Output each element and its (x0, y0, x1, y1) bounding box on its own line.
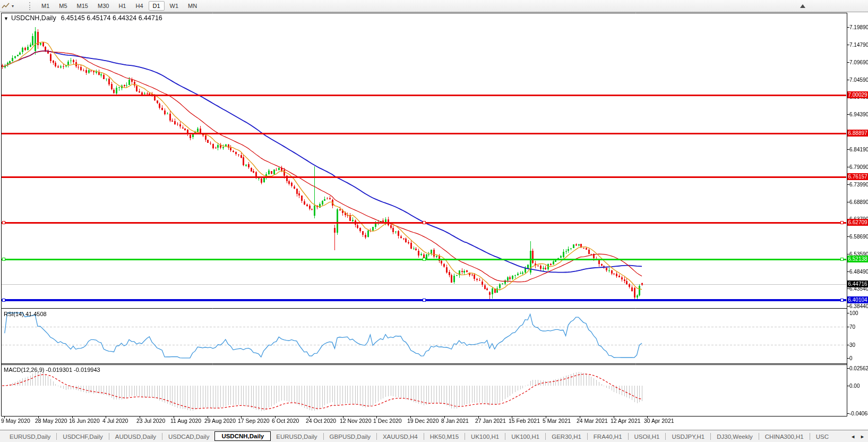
date-axis-label: 12 Apr 2021 (611, 418, 641, 424)
tab-uk100-h1[interactable]: UK100,H1 (506, 432, 545, 441)
price-axis-label: 6.68890 (849, 199, 868, 205)
tab-uk100-h1[interactable]: UK100,H1 (466, 432, 504, 441)
chart-canvas[interactable] (0, 0, 868, 442)
tab-usdjpy-h1[interactable]: USDJPY,H1 (666, 432, 710, 441)
rsi-axis-label: 30 (849, 342, 855, 348)
date-axis-label: 9 May 2020 (1, 418, 30, 424)
timeframe-button-h4[interactable]: H4 (131, 1, 147, 11)
tab-usdcad-daily[interactable]: USDCAD,Daily (163, 432, 214, 441)
date-axis-label: 28 May 2020 (35, 418, 67, 424)
tab-usdchf-daily[interactable]: USDCHF,Daily (57, 432, 108, 441)
tab-separator (505, 433, 505, 440)
date-axis-label: 5 Mar 2021 (543, 418, 571, 424)
chart-tool-icon[interactable]: ▾ (0, 1, 15, 11)
chart-title: ▼USDCNH,Daily6.45145 6.45174 6.44324 6.4… (4, 14, 162, 22)
date-axis-label: 12 Nov 2020 (340, 418, 372, 424)
timeframe-button-m15[interactable]: M15 (73, 1, 92, 11)
tab-separator (759, 433, 759, 440)
price-line-badge: 7.00029 (847, 91, 868, 98)
tab-fra40-h1[interactable]: FRA40,H1 (588, 432, 628, 441)
date-axis-label: 16 Jun 2020 (69, 418, 100, 424)
line-chart-icon (2, 2, 10, 10)
timeframe-button-m1[interactable]: M1 (37, 1, 54, 11)
timeframe-button-d1[interactable]: D1 (149, 1, 165, 11)
current-price-badge: 6.44716 (847, 280, 868, 287)
date-axis-label: 24 Oct 2020 (306, 418, 336, 424)
tab-separator (710, 433, 711, 440)
chart-ohlc-values: 6.45145 6.45174 6.44324 6.44716 (61, 14, 162, 22)
timeframe-button-h1[interactable]: H1 (114, 1, 130, 11)
toolbar-grip[interactable] (29, 2, 32, 10)
price-axis-label: 7.19890 (849, 24, 868, 30)
tab-separator (545, 433, 546, 440)
date-axis-label: 19 Dec 2020 (407, 418, 439, 424)
date-axis-label: 6 Oct 2020 (272, 418, 299, 424)
tab-usoil-h1[interactable]: USOil,H1 (629, 432, 665, 441)
date-axis-label: 29 Aug 2020 (204, 418, 236, 424)
rsi-axis-label: 0 (849, 355, 853, 361)
chart-tabs: EURUSD,DailyUSDCHF,DailyAUDUSD,DailyUSDC… (0, 430, 834, 442)
tab-hk50-m15[interactable]: HK50,M15 (425, 432, 464, 441)
tab-eurusd-daily[interactable]: EURUSD,Daily (271, 432, 322, 441)
tab-separator (109, 433, 109, 440)
price-axis-label: 7.04590 (849, 77, 868, 83)
date-axis-label: 27 Jan 2021 (475, 418, 506, 424)
price-axis-label: 6.73990 (849, 182, 868, 188)
timeframe-button-w1[interactable]: W1 (166, 1, 183, 11)
tab-scroll-right-icon[interactable]: ► (860, 434, 865, 439)
price-axis-label: 7.14790 (849, 42, 868, 48)
tab-eurusd-daily[interactable]: EURUSD,Daily (4, 432, 56, 441)
tab-scroll-left-icon[interactable]: ◄ (850, 434, 855, 439)
price-line-badge: 6.76157 (847, 173, 868, 180)
tab-separator (162, 433, 162, 440)
tab-xauusd-h4[interactable]: XAUUSD,H4 (377, 432, 423, 441)
date-axis-label: 17 Sep 2020 (238, 418, 270, 424)
tab-usc[interactable]: USC (811, 432, 834, 441)
timeframe-toolbar: M1M5M15M30H1H4D1W1MN (37, 1, 202, 11)
date-axis-label: 23 Jul 2020 (136, 418, 165, 424)
top-toolbar: ▾ M1M5M15M30H1H4D1W1MN (0, 0, 868, 12)
chart-shift-marker[interactable] (800, 4, 805, 8)
price-axis-label: 6.84190 (849, 147, 868, 152)
rsi-indicator-label: RSI(14) 41.4508 (4, 311, 47, 317)
timeframe-button-m5[interactable]: M5 (55, 1, 71, 11)
timeframe-button-mn[interactable]: MN (184, 1, 201, 11)
price-axis-label: 6.94390 (849, 112, 868, 117)
collapse-triangle-icon[interactable]: ▼ (4, 16, 8, 21)
date-axis-label: 8 Jan 2021 (441, 418, 469, 424)
tab-separator (424, 433, 424, 440)
date-axis-label: 24 Mar 2021 (577, 418, 608, 424)
price-line-badge: 6.52138 (847, 256, 868, 262)
price-line-badge: 6.62709 (847, 219, 868, 226)
date-axis-label: 11 Aug 2020 (170, 418, 201, 424)
macd-indicator-label: MACD(12,26,9) -0.019301 -0.019943 (4, 367, 100, 373)
price-axis-label: 6.48490 (849, 269, 868, 275)
tab-separator (323, 433, 324, 440)
price-axis-label: 6.79090 (849, 164, 868, 170)
macd-axis-label: -0.04068 (849, 411, 868, 416)
chevron-down-icon[interactable]: ▾ (12, 4, 14, 8)
tab-scroll-buttons: ◄ ► (840, 430, 868, 442)
tab-china300-h1[interactable]: CHINA300,H1 (760, 432, 809, 441)
date-axis-label: 4 Jul 2020 (102, 418, 128, 424)
tab-usdcnh-daily[interactable]: USDCNH,Daily (214, 431, 271, 441)
tab-separator (56, 433, 57, 440)
tab-separator (810, 433, 810, 440)
tab-gbpusd-daily[interactable]: GBPUSD,Daily (324, 432, 376, 441)
price-line-badge: 6.88897 (847, 130, 868, 137)
macd-axis-label: 0.025623 (849, 366, 868, 371)
chart-symbol-label: USDCNH,Daily (11, 14, 56, 22)
tab-ger30-h1[interactable]: GER30,H1 (546, 432, 587, 441)
price-line-badge: 6.40104 (847, 296, 868, 303)
timeframe-button-m30[interactable]: M30 (93, 1, 113, 11)
tab-audusd-daily[interactable]: AUDUSD,Daily (110, 432, 161, 441)
tab-separator (628, 433, 629, 440)
tab-separator (465, 433, 465, 440)
date-axis-label: 1 Dec 2020 (373, 418, 402, 424)
date-axis-label: 15 Feb 2021 (509, 418, 540, 424)
price-axis-label: 7.09690 (849, 60, 868, 65)
tab-separator (587, 433, 588, 440)
chart-tab-bar: EURUSD,DailyUSDCHF,DailyAUDUSD,DailyUSDC… (0, 430, 868, 442)
tab-separator (376, 433, 377, 440)
tab-dj30-weekly[interactable]: DJ30,Weekly (711, 432, 758, 441)
